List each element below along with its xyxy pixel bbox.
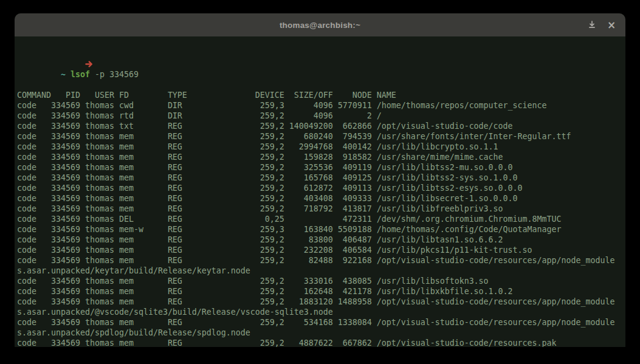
terminal-window: thomas@archbish:~ × <box>15 13 625 347</box>
titlebar[interactable]: thomas@archbish:~ × <box>15 13 625 36</box>
window-title: thomas@archbish:~ <box>280 21 360 30</box>
prompt-command: lsof <box>71 70 90 79</box>
close-button[interactable]: × <box>604 17 619 33</box>
terminal-screen[interactable]: ~lsof-p 334569 COMMAND PID USER FD TYPE … <box>15 36 625 347</box>
download-button[interactable] <box>584 17 600 33</box>
lsof-output: COMMAND PID USER FD TYPE DEVICE SIZE/OFF… <box>17 90 615 347</box>
prompt-cwd: ~ <box>61 70 66 79</box>
prompt-args: -p 334569 <box>95 70 139 79</box>
prompt-arrow-icon <box>46 49 61 80</box>
download-icon <box>588 20 596 30</box>
prompt-line: ~lsof-p 334569 <box>17 38 625 90</box>
close-icon: × <box>607 20 616 30</box>
titlebar-controls: × <box>584 13 619 36</box>
